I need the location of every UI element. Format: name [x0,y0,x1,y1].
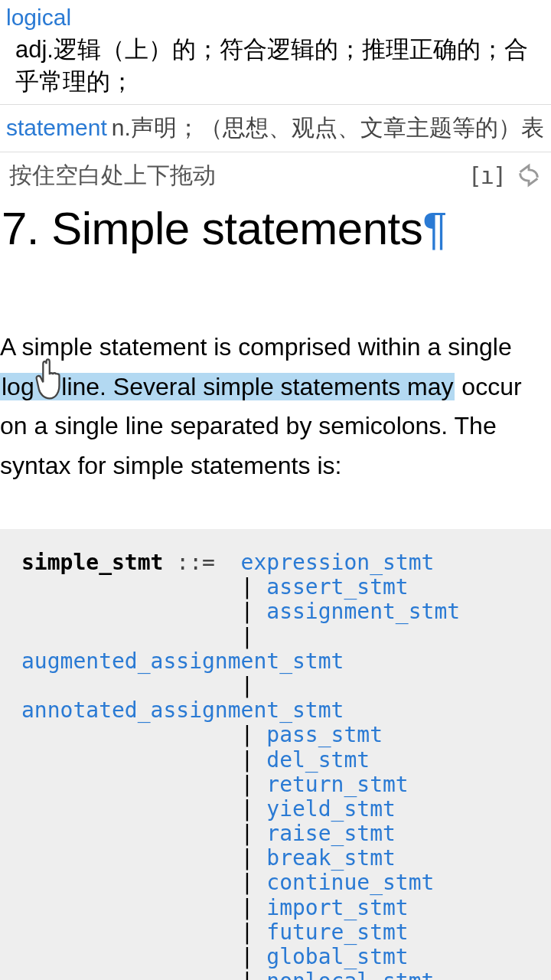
toolbar: 按住空白处上下拖动 [ı] [0,152,551,199]
dict-word: statement [6,115,107,141]
code-rule[interactable]: assignment_stmt [266,599,460,624]
code-rule[interactable]: continue_stmt [266,870,434,895]
code-rule[interactable]: yield_stmt [266,796,396,822]
heading-text: 7. Simple statements [2,203,422,254]
brackets-icon[interactable]: [ı] [468,162,505,189]
code-rule[interactable]: expression_stmt [241,550,435,575]
code-op: ::= [176,550,215,575]
code-rule[interactable]: import_stmt [266,895,408,920]
dict-entry-statement[interactable]: statement n.声明；（思想、观点、文章主题等的）表 [0,104,551,152]
intro-paragraph[interactable]: A simple statement is comprised within a… [0,254,551,486]
drag-hint: 按住空白处上下拖动 [9,160,458,191]
dict-definition: n.声明；（思想、观点、文章主题等的）表 [112,113,544,144]
code-rule[interactable]: pass_stmt [266,722,383,747]
code-rule[interactable]: del_stmt [266,747,370,773]
page-title: 7. Simple statements¶ [0,199,551,254]
grammar-code-block[interactable]: simple_stmt ::= expression_stmt | assert… [0,529,551,980]
code-rule[interactable]: assert_stmt [266,574,408,599]
dict-word: logical [6,5,545,31]
code-rule[interactable]: break_stmt [266,845,396,871]
code-rule[interactable]: return_stmt [266,772,408,797]
dictionary-panel: logical adj.逻辑（上）的；符合逻辑的；推理正确的；合乎常理的； st… [0,0,551,152]
code-rule[interactable]: global_stmt [266,944,408,969]
dict-definition: adj.逻辑（上）的；符合逻辑的；推理正确的；合乎常理的； [6,31,545,98]
code-rule[interactable]: raise_stmt [266,821,396,846]
sel-part-a: log [2,373,34,400]
pilcrow-icon[interactable]: ¶ [422,203,447,254]
code-rule[interactable]: augmented_assignment_stmt [21,648,344,674]
refresh-swap-icon[interactable] [516,162,542,188]
para-text-1: A simple statement is comprised within a… [0,333,512,361]
dict-entry-logical[interactable]: logical adj.逻辑（上）的；符合逻辑的；推理正确的；合乎常理的； [0,0,551,104]
code-rule[interactable]: annotated_assignment_stmt [21,697,344,723]
code-rule[interactable]: nonlocal_stmt [266,969,434,980]
sel-part-b: line. Several simple statements may [54,373,453,400]
code-rule[interactable]: future_stmt [266,920,408,945]
selection-highlight: log line. Several simple statements may [0,373,455,400]
code-lhs: simple_stmt [21,550,163,575]
